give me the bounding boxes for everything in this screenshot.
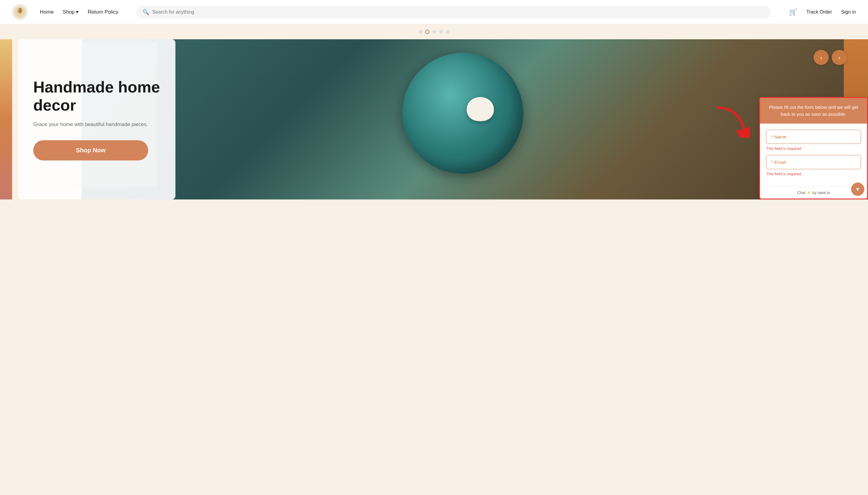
header-right: 🛒 Track Order Sign in [789,8,856,16]
chat-minimize-button[interactable]: ▾ [851,183,864,196]
hero-image-area [82,39,868,200]
chevron-down-icon: ▾ [856,186,859,193]
svg-point-2 [18,8,21,12]
svg-point-3 [18,9,20,10]
chat-email-input[interactable] [766,155,861,169]
search-icon: 🔍 [143,9,149,15]
chat-body: This field is required This field is req… [760,124,867,186]
lightning-icon: ⚡ [806,190,811,195]
nav-return-policy[interactable]: Return Policy [88,9,118,15]
chevron-down-icon: ▾ [76,9,79,15]
hero-background [82,39,868,200]
carousel-prev-button[interactable]: ‹ [814,50,829,65]
chat-brand: by tawk.to [812,190,830,195]
chat-header-text: Please fill out the form below and we wi… [769,105,858,117]
nav-shop[interactable]: Shop ▾ [63,9,79,15]
search-input[interactable] [152,10,765,15]
carousel-dot-2[interactable] [425,30,429,34]
chat-header: Please fill out the form below and we wi… [760,98,867,124]
cup-decoration [466,97,494,121]
search-bar[interactable]: 🔍 [136,6,771,18]
chat-email-error: This field is required [766,172,861,176]
hero-section: ‹ › Handmade home decor Grace your home … [0,24,868,200]
carousel-next-button[interactable]: › [832,50,847,65]
carousel-dot-5[interactable] [446,30,449,34]
hero-card: Handmade home decor Grace your home with… [18,39,176,200]
logo[interactable] [12,4,28,20]
sign-in-link[interactable]: Sign in [841,10,856,15]
chat-widget: Please fill out the form below and we wi… [759,97,868,200]
carousel-dot-3[interactable] [432,30,436,34]
carousel-dot-1[interactable] [419,30,422,34]
logo-image [12,4,28,20]
chat-name-input[interactable] [766,130,861,144]
header: Home Shop ▾ Return Policy 🔍 🛒 Track Orde… [0,0,868,24]
hero-subtitle: Grace your home with beautiful handmade … [33,121,160,129]
shop-now-button[interactable]: Shop Now [33,140,148,160]
carousel-dot-4[interactable] [439,30,443,34]
nav-home[interactable]: Home [40,9,53,15]
plate-decoration [402,53,523,174]
chat-footer-label: Chat [797,190,805,195]
cart-icon[interactable]: 🛒 [789,8,797,16]
carousel-dots [0,24,868,34]
hero-title: Handmade home decor [33,78,160,115]
main-nav: Home Shop ▾ Return Policy [40,9,118,15]
left-image-strip [0,39,12,200]
chat-name-error: This field is required [766,146,861,151]
track-order-link[interactable]: Track Order [806,10,832,15]
